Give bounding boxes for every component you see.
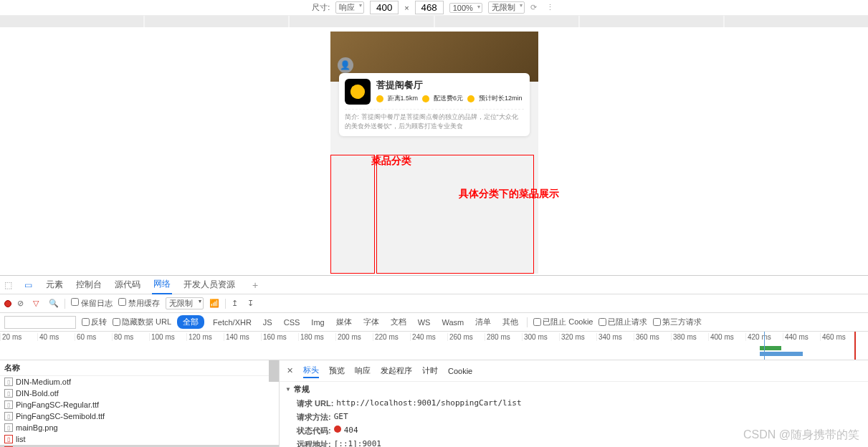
timeline-tick: 300 ms xyxy=(522,333,559,341)
type-wasm[interactable]: Wasm xyxy=(439,317,467,328)
type-css[interactable]: CSS xyxy=(281,317,303,328)
devtools-main-tabs: ⬚ ▭ 元素 控制台 源代码 网络 开发人员资源 + xyxy=(0,276,868,294)
dtab-preview[interactable]: 预览 xyxy=(329,364,345,378)
request-name: PingFangSC-Semibold.ttf xyxy=(16,412,105,420)
preserve-log-checkbox[interactable]: 保留日志 xyxy=(71,298,113,309)
timeline-tick: 100 ms xyxy=(149,333,186,341)
request-row[interactable]: ▯list xyxy=(0,433,279,445)
type-media[interactable]: 媒体 xyxy=(333,315,355,329)
preview-area: 👤 菩提阁餐厅 距离1.5km 配送费6元 预计时长12min 简介: 菩提阁中… xyxy=(0,27,868,274)
tab-console[interactable]: 控制台 xyxy=(75,276,103,294)
user-icon[interactable]: 👤 xyxy=(338,57,353,73)
disable-cache-checkbox[interactable]: 禁用缓存 xyxy=(118,298,160,309)
height-input[interactable] xyxy=(415,1,444,14)
shop-name: 菩提阁餐厅 xyxy=(376,79,524,92)
third-party-checkbox[interactable]: 第三方请求 xyxy=(653,317,702,327)
upload-icon[interactable]: ↥ xyxy=(232,299,242,308)
request-row[interactable]: ▯PingFangSC-Semibold.ttf xyxy=(0,410,279,422)
type-ws[interactable]: WS xyxy=(415,317,434,328)
file-icon: ▯ xyxy=(4,435,13,443)
request-detail: ✕ 标头 预览 响应 发起程序 计时 Cookie 常规 请求 URL:http… xyxy=(280,360,868,447)
timeline-tick: 380 ms xyxy=(671,333,708,341)
request-name: PingFangSC-Regular.ttf xyxy=(16,400,99,409)
clear-icon[interactable]: ⊘ xyxy=(17,299,27,308)
record-icon[interactable] xyxy=(4,300,11,307)
close-icon[interactable]: ✕ xyxy=(287,366,293,375)
timeline-tick: 260 ms xyxy=(447,333,485,341)
add-tab-icon[interactable]: + xyxy=(252,279,258,291)
download-icon[interactable]: ↧ xyxy=(247,299,257,308)
request-list-header[interactable]: 名称 xyxy=(0,360,279,376)
timeline-tick: 180 ms xyxy=(298,333,335,341)
dtab-timing[interactable]: 计时 xyxy=(422,364,438,378)
network-timeline[interactable]: 20 ms40 ms60 ms80 ms100 ms120 ms140 ms16… xyxy=(0,332,868,360)
tab-sources[interactable]: 源代码 xyxy=(113,276,142,294)
dtab-headers[interactable]: 标头 xyxy=(303,363,319,378)
size-label: 尺寸: xyxy=(312,2,330,13)
type-doc[interactable]: 文档 xyxy=(388,315,409,329)
inspect-icon[interactable]: ⬚ xyxy=(4,280,14,290)
responsive-toolbar: 尺寸: 响应 × 100% 无限制 ⟳ ⋮ xyxy=(0,0,868,16)
type-other[interactable]: 其他 xyxy=(500,315,521,329)
tab-network[interactable]: 网络 xyxy=(152,275,172,294)
timeline-tick: 280 ms xyxy=(485,333,522,341)
file-icon: ▯ xyxy=(4,389,13,398)
devtools-panel: ⬚ ▭ 元素 控制台 源代码 网络 开发人员资源 + ⊘ ▽ 🔍 保留日志 禁用… xyxy=(0,275,868,447)
width-input[interactable] xyxy=(370,1,399,14)
timeline-tick: 460 ms xyxy=(820,333,857,341)
file-icon: ▯ xyxy=(4,423,13,432)
device-icon[interactable]: ▭ xyxy=(24,280,34,290)
hide-dataurl-checkbox[interactable]: 隐藏数据 URL xyxy=(113,317,171,327)
request-name: DIN-Medium.otf xyxy=(16,378,71,386)
shop-card[interactable]: 菩提阁餐厅 距离1.5km 配送费6元 预计时长12min 简介: 菩提阁中餐厅… xyxy=(339,73,530,136)
file-icon: ▯ xyxy=(4,400,13,409)
type-img[interactable]: Img xyxy=(308,317,327,328)
throttle-select[interactable]: 无限制 xyxy=(488,1,525,14)
shop-description: 简介: 菩提阁中餐厅是菩提阁点餐的独立的品牌，定位"大众化的美食外送餐饮"，后为… xyxy=(345,109,524,130)
header-remote: 远程地址:[::1]:9001 xyxy=(280,438,868,447)
file-icon: ▯ xyxy=(4,378,13,386)
type-all[interactable]: 全部 xyxy=(177,315,204,329)
timeline-tick: 320 ms xyxy=(559,333,596,341)
type-manifest[interactable]: 清单 xyxy=(472,315,494,329)
invert-checkbox[interactable]: 反转 xyxy=(82,317,107,327)
search-icon[interactable]: 🔍 xyxy=(49,299,59,308)
request-row[interactable]: ▯PingFangSC-Regular.ttf xyxy=(0,399,279,410)
blocked-req-checkbox[interactable]: 已阻止请求 xyxy=(598,317,647,327)
dtab-cookie[interactable]: Cookie xyxy=(448,365,472,377)
general-section[interactable]: 常规 xyxy=(280,382,868,397)
dtab-response[interactable]: 响应 xyxy=(355,364,371,378)
timeline-tick: 140 ms xyxy=(224,333,261,341)
timeline-bar-blue xyxy=(760,352,803,356)
request-row[interactable]: ▯mainBg.png xyxy=(0,422,279,433)
delivery-icon xyxy=(422,95,429,102)
rotate-icon[interactable]: ⟳ xyxy=(530,3,540,13)
file-icon: ▯ xyxy=(4,412,13,420)
type-fetchxhr[interactable]: Fetch/XHR xyxy=(210,317,254,328)
request-name: list xyxy=(16,435,25,443)
throttle-select-2[interactable]: 无限制 xyxy=(166,297,204,309)
content-row xyxy=(330,158,538,274)
category-panel[interactable] xyxy=(330,155,375,274)
wifi-icon[interactable]: 📶 xyxy=(209,299,219,308)
type-font[interactable]: 字体 xyxy=(361,315,382,329)
fit-mode-select[interactable]: 响应 xyxy=(335,1,364,14)
type-js[interactable]: JS xyxy=(260,317,275,328)
timeline-bar-green xyxy=(760,346,781,350)
tab-devres[interactable]: 开发人员资源 xyxy=(182,276,237,294)
overflow-icon[interactable]: ⋮ xyxy=(546,3,556,13)
scrollbar[interactable] xyxy=(269,360,279,382)
header-method: 请求方法:GET xyxy=(280,410,868,424)
zoom-select[interactable]: 100% xyxy=(449,3,482,13)
tab-elements[interactable]: 元素 xyxy=(44,276,65,294)
blocked-cookie-checkbox[interactable]: 已阻止 Cookie xyxy=(533,317,593,327)
request-row[interactable]: ▯DIN-Medium.otf xyxy=(0,376,279,388)
distance-icon xyxy=(376,95,383,102)
dish-panel[interactable] xyxy=(376,155,534,274)
request-row[interactable]: ▯DIN-Bold.otf xyxy=(0,388,279,399)
filter-input[interactable] xyxy=(4,316,76,329)
filter-icon[interactable]: ▽ xyxy=(33,299,43,308)
dtab-initiator[interactable]: 发起程序 xyxy=(381,364,412,378)
dim-separator: × xyxy=(404,4,409,12)
timeline-tick: 200 ms xyxy=(335,333,373,341)
